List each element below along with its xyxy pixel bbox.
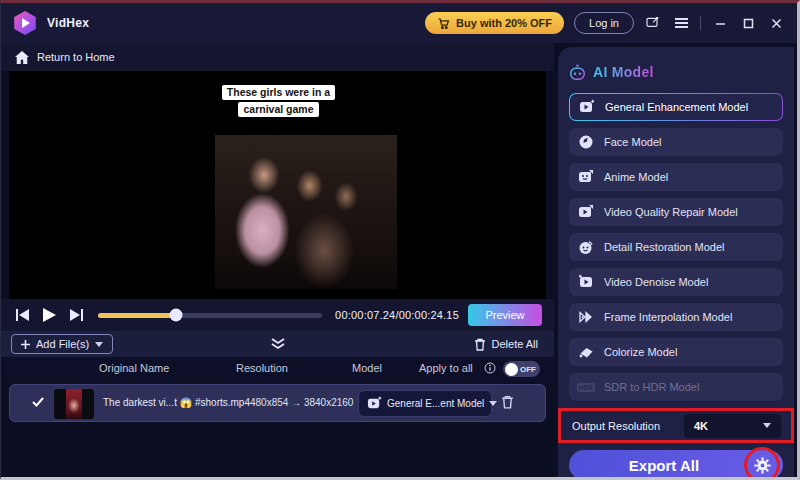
collapse-panel-icon[interactable] [270, 338, 286, 350]
toggle-state-label: OFF [520, 365, 536, 374]
model-item-label: General Enhancement Model [605, 101, 748, 113]
maximize-icon[interactable] [739, 14, 757, 32]
row-delete-icon[interactable] [501, 395, 514, 409]
face-model-icon [578, 134, 594, 150]
row-model-select[interactable]: General E...ent Model [358, 390, 492, 417]
file-name: The darkest vi...t 😱 #shorts.mp4 [103, 397, 250, 408]
player-progress-bar[interactable] [98, 313, 322, 318]
minimize-icon[interactable] [711, 14, 729, 32]
player-progress-thumb[interactable] [170, 309, 183, 322]
player-progress-fill [98, 313, 176, 318]
output-resolution-value: 4K [694, 420, 708, 432]
video-caption-line1: These girls were in a [222, 85, 335, 100]
frame-interpolation-model-icon [578, 309, 594, 325]
player-controls: 00:00:07.24/00:00:24.15 Preview [1, 299, 554, 331]
enhancement-model-icon [366, 396, 382, 412]
model-item-face[interactable]: Face Model [569, 128, 783, 156]
model-item-label: Face Model [604, 136, 661, 148]
sidebar-header: AI Model [569, 61, 783, 83]
main-pane: Return to Home These girls were in a car… [1, 43, 554, 480]
toggle-knob [505, 363, 518, 376]
login-button[interactable]: Log in [574, 12, 634, 34]
apply-to-all-label: Apply to all [419, 362, 473, 374]
general-enhancement-model-icon [579, 99, 595, 115]
preview-button[interactable]: Preview [468, 304, 542, 326]
delete-all-button[interactable]: Delete All [468, 337, 544, 352]
plus-icon [21, 340, 30, 349]
play-icon[interactable] [40, 306, 58, 324]
previous-frame-icon[interactable] [13, 306, 31, 324]
model-item-label: Colorize Model [604, 346, 677, 358]
model-item-label: Frame Interpolation Model [604, 311, 732, 323]
app-logo-icon [13, 11, 37, 35]
sdr-to-hdr-model-icon: HDR [578, 379, 594, 395]
model-item-anime[interactable]: Anime Model [569, 163, 783, 191]
detail-restoration-model-icon [578, 239, 594, 255]
model-item-label: Anime Model [604, 171, 668, 183]
export-area: Export All [569, 450, 783, 480]
resolution-arrow: → [291, 397, 301, 408]
output-resolution-caret-icon [763, 423, 771, 428]
settings-gear-icon[interactable] [753, 456, 772, 475]
hdr-badge-label: HDR [577, 383, 595, 392]
feedback-icon[interactable] [644, 14, 662, 32]
file-table-header: Original Name Resolution Model Apply to … [1, 357, 554, 381]
file-thumbnail [54, 389, 94, 419]
model-item-label: Detail Restoration Model [604, 241, 724, 253]
apply-to-all-toggle[interactable]: OFF [503, 361, 540, 377]
video-denoise-model-icon [578, 274, 594, 290]
output-resolution-label: Output Resolution [572, 420, 660, 432]
model-item-label: Video Denoise Model [604, 276, 708, 288]
model-item-video-denoise[interactable]: Video Denoise Model [569, 268, 783, 296]
delete-all-label: Delete All [492, 338, 538, 350]
robot-icon [569, 64, 586, 80]
export-all-button[interactable]: Export All [569, 450, 783, 480]
annotation-output-resolution-box: Output Resolution 4K [558, 408, 794, 443]
model-item-general-enhancement[interactable]: General Enhancement Model [569, 93, 783, 121]
titlebar: VidHex Buy with 20% OFF Log in [1, 3, 797, 43]
file-resolution: 480x854 → 3840x2160 [250, 397, 353, 408]
model-item-sdr-to-hdr[interactable]: HDR SDR to HDR Model [569, 373, 783, 401]
row-model-caret-icon [489, 401, 497, 406]
video-preview-area[interactable]: These girls were in a carnival game [9, 71, 546, 299]
model-item-label: SDR to HDR Model [604, 381, 699, 393]
player-time: 00:00:07.24/00:00:24.15 [335, 309, 459, 321]
return-home-button[interactable]: Return to Home [1, 43, 554, 71]
model-item-video-quality-repair[interactable]: Video Quality Repair Model [569, 198, 783, 226]
add-files-button[interactable]: Add File(s) [11, 334, 113, 354]
model-item-frame-interpolation[interactable]: Frame Interpolation Model [569, 303, 783, 331]
app-title: VidHex [47, 16, 89, 30]
return-home-label: Return to Home [37, 51, 115, 63]
menu-icon[interactable] [672, 14, 690, 32]
column-original-name: Original Name [99, 362, 169, 374]
cart-icon [437, 17, 450, 30]
video-caption-line2: carnival game [238, 102, 318, 117]
video-frame [215, 135, 397, 289]
titlebar-divider [700, 16, 701, 30]
next-frame-icon[interactable] [67, 306, 85, 324]
app-window: VidHex Buy with 20% OFF Log in [0, 0, 800, 480]
buy-button-label: Buy with 20% OFF [456, 17, 552, 29]
video-quality-repair-model-icon [578, 204, 594, 220]
column-resolution: Resolution [236, 362, 288, 374]
row-selected-check-icon[interactable] [32, 397, 44, 407]
file-row[interactable]: The darkest vi...t 😱 #shorts.mp4 480x854… [9, 384, 546, 422]
colorize-model-icon [578, 344, 594, 360]
info-icon[interactable] [484, 362, 496, 374]
anime-model-icon [578, 169, 594, 185]
trash-icon [474, 338, 486, 351]
add-files-caret-icon [95, 342, 103, 347]
video-caption: These girls were in a carnival game [191, 83, 366, 117]
row-model-label: General E...ent Model [387, 398, 484, 409]
ai-model-sidebar: AI Model General Enhancement Model Face … [558, 47, 794, 480]
file-toolbar: Add File(s) Delete All [1, 331, 554, 357]
model-item-detail-restoration[interactable]: Detail Restoration Model [569, 233, 783, 261]
output-resolution-select[interactable]: 4K [684, 414, 781, 438]
add-files-label: Add File(s) [36, 338, 89, 350]
sidebar-title: AI Model [593, 64, 654, 80]
model-item-colorize[interactable]: Colorize Model [569, 338, 783, 366]
home-icon [15, 51, 29, 64]
close-icon[interactable] [767, 14, 785, 32]
model-item-label: Video Quality Repair Model [604, 206, 738, 218]
buy-button[interactable]: Buy with 20% OFF [425, 12, 564, 34]
